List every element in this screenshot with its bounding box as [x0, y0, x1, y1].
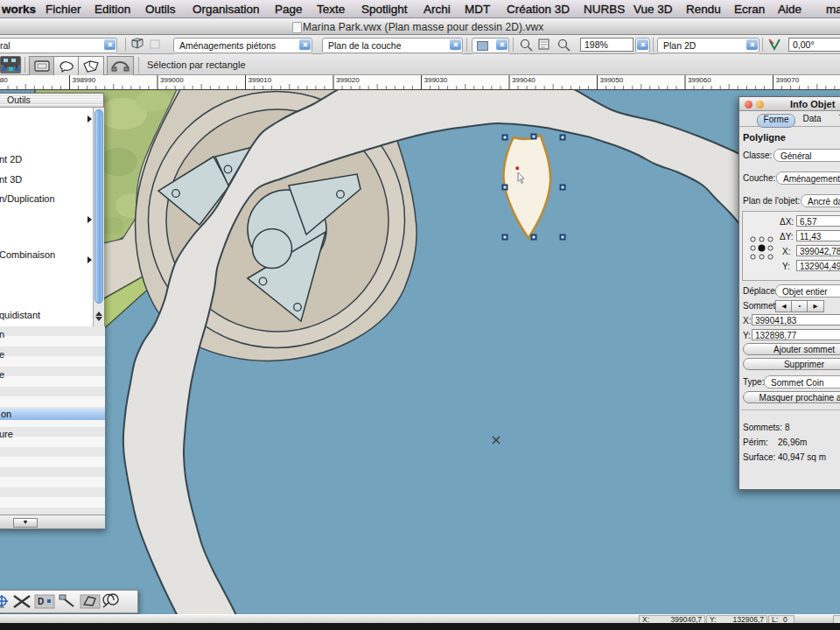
svg-text:399030: 399030 — [424, 76, 448, 84]
svg-text:398990: 398990 — [73, 76, 96, 84]
svg-text:399050: 399050 — [600, 76, 624, 84]
svg-text:399040: 399040 — [512, 76, 536, 84]
svg-text:399000: 399000 — [160, 76, 184, 84]
svg-text:399070: 399070 — [776, 76, 800, 84]
svg-text:D: D — [38, 597, 44, 606]
svg-text:399060: 399060 — [688, 76, 711, 84]
svg-text:398980: 398980 — [0, 76, 8, 84]
svg-text:399010: 399010 — [248, 76, 272, 84]
svg-text:399020: 399020 — [336, 76, 360, 84]
